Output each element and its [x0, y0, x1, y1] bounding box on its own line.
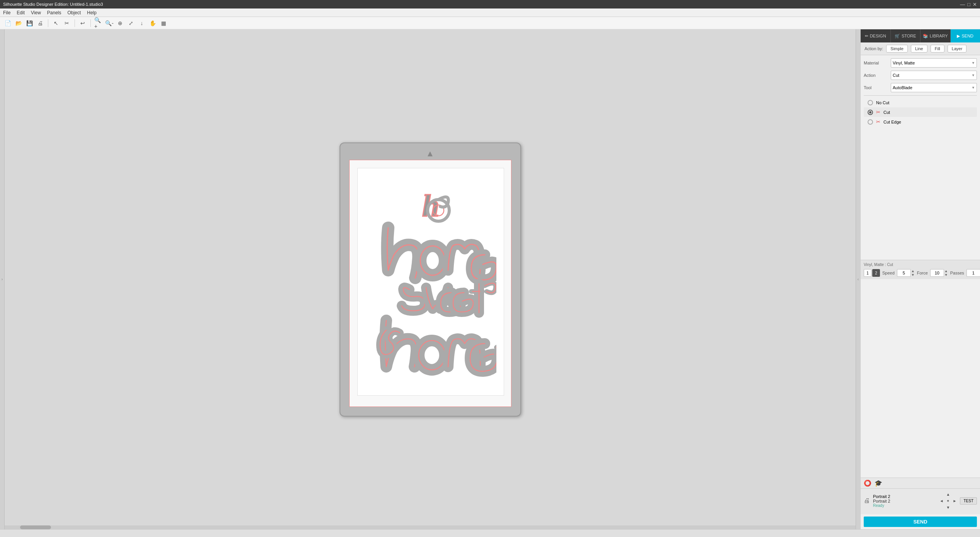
tool-select[interactable]: ↖	[51, 19, 61, 28]
force-label: Force	[917, 271, 928, 275]
jog-up-button[interactable]: ▲	[945, 491, 951, 497]
tool-zoom-fit[interactable]: ⊕	[115, 19, 125, 28]
force-up-button[interactable]: ▲	[944, 269, 948, 273]
material-dropdown-icon: ▼	[972, 61, 975, 65]
jog-center: ✦	[945, 498, 951, 504]
tool-grid[interactable]: ▦	[159, 19, 168, 28]
speed-up-button[interactable]: ▲	[911, 269, 915, 273]
tool-undo[interactable]: ↩	[78, 19, 87, 28]
machine-row: 🖨 Portrait 2 Portrait 2 Ready ▲ ◄ ✦ ►	[864, 491, 977, 510]
action-select[interactable]: Cut ▼	[891, 71, 977, 80]
tool-new[interactable]: 📄	[3, 19, 12, 28]
tool-open[interactable]: 📂	[14, 19, 23, 28]
jog-right-button[interactable]: ►	[951, 498, 958, 504]
design-artwork: h	[365, 178, 496, 386]
passes-input[interactable]: 1	[966, 269, 980, 277]
right-panel-handle[interactable]: ‹	[856, 29, 860, 529]
menu-panels[interactable]: Panels	[47, 10, 61, 15]
no-cut-radio[interactable]	[868, 100, 873, 105]
close-button[interactable]: ✕	[973, 2, 977, 7]
action-row: Action Cut ▼	[864, 71, 977, 80]
menu-view[interactable]: View	[31, 10, 41, 15]
left-chevron-icon: ›	[2, 277, 3, 281]
action-by-fill[interactable]: Fill	[931, 45, 944, 53]
no-cut-option[interactable]: No Cut	[864, 98, 977, 107]
tool-label: Tool	[864, 85, 891, 90]
send-button[interactable]: SEND	[864, 517, 977, 527]
material-value: Vinyl, Matte	[893, 61, 915, 65]
machine-info: 🖨 Portrait 2 Portrait 2 Ready	[864, 494, 890, 508]
blade-1[interactable]: 1	[864, 269, 871, 277]
jog-down-button[interactable]: ▼	[945, 504, 951, 510]
panel-spacer	[861, 279, 980, 478]
panel-content: Material Vinyl, Matte ▼ Action Cut ▼ Too…	[861, 55, 980, 260]
cut-radio[interactable]	[868, 110, 873, 115]
window-title: Silhouette Studio Designer Edition: Unti…	[3, 2, 103, 7]
canvas-scrollbar-thumb[interactable]	[20, 525, 51, 529]
tool-zoom-out[interactable]: 🔍-	[105, 19, 114, 28]
right-panel: ✏ DESIGN 🛒 STORE 📚 LIBRARY ▶ SEND Action…	[860, 29, 980, 529]
blade-2[interactable]: 2	[872, 269, 880, 277]
bottom-section: 🖨 Portrait 2 Portrait 2 Ready ▲ ◄ ✦ ►	[861, 488, 980, 514]
status-bar	[0, 529, 980, 537]
test-button[interactable]: TEST	[960, 497, 977, 505]
action-by-line[interactable]: Line	[911, 45, 927, 53]
jog-arrows: ▲ ◄ ✦ ► ▼	[938, 491, 958, 510]
toolbar-divider-1	[48, 19, 48, 27]
force-down-button[interactable]: ▼	[944, 273, 948, 277]
cut-edge-radio[interactable]	[868, 119, 873, 125]
jog-empty-3	[938, 504, 944, 510]
title-bar: Silhouette Studio Designer Edition: Unti…	[0, 0, 980, 8]
menu-object[interactable]: Object	[68, 10, 81, 15]
tool-value: AutoBlade	[893, 85, 912, 90]
jog-left-button[interactable]: ◄	[938, 498, 944, 504]
left-panel-handle[interactable]: ›	[0, 29, 5, 529]
tab-library[interactable]: 📚 LIBRARY	[921, 29, 951, 42]
menu-file[interactable]: File	[3, 10, 10, 15]
maximize-button[interactable]: □	[967, 2, 970, 7]
tool-pan[interactable]: ✋	[148, 19, 157, 28]
tool-move-down[interactable]: ↓	[137, 19, 146, 28]
speed-label: Speed	[882, 271, 895, 275]
tool-zoom-in[interactable]: 🔍+	[94, 19, 103, 28]
speed-down-button[interactable]: ▼	[911, 273, 915, 277]
force-input[interactable]: 10	[930, 269, 944, 277]
graduation-icon[interactable]: 🎓	[875, 479, 882, 487]
settings-title: Vinyl, Matte : Cut	[864, 263, 977, 267]
material-row: Material Vinyl, Matte ▼	[864, 58, 977, 68]
tab-store-label: STORE	[902, 34, 916, 38]
jog-empty-2	[951, 491, 958, 497]
silhouette-icon[interactable]: ⭕	[864, 479, 871, 487]
tab-design[interactable]: ✏ DESIGN	[861, 29, 891, 42]
tab-design-label: DESIGN	[870, 34, 886, 38]
canvas-scrollbar[interactable]	[5, 525, 856, 529]
tool-save[interactable]: 💾	[25, 19, 34, 28]
machine-status: Ready	[873, 503, 890, 508]
tab-send[interactable]: ▶ SEND	[951, 29, 980, 42]
material-select[interactable]: Vinyl, Matte ▼	[891, 58, 977, 68]
design-icon: ✏	[865, 34, 868, 39]
tool-cut[interactable]: ✂	[62, 19, 71, 28]
mat-up-arrow-icon: ▲	[426, 149, 435, 159]
title-bar-controls[interactable]: — □ ✕	[960, 2, 977, 7]
send-icon: ▶	[957, 34, 960, 39]
no-cut-label: No Cut	[876, 100, 889, 105]
tool-zoom-full[interactable]: ⤢	[126, 19, 136, 28]
action-by-simple[interactable]: Simple	[886, 45, 908, 53]
action-by-layer[interactable]: Layer	[948, 45, 967, 53]
cut-option[interactable]: ✂ Cut	[864, 107, 977, 117]
tool-select[interactable]: AutoBlade ▼	[891, 83, 977, 92]
action-value: Cut	[893, 73, 899, 78]
cut-edge-option[interactable]: ✂ Cut Edge	[864, 117, 977, 127]
jog-empty-4	[951, 504, 958, 510]
menu-edit[interactable]: Edit	[17, 10, 25, 15]
main-layout: › ▲ h	[0, 29, 980, 529]
minimize-button[interactable]: —	[960, 2, 965, 7]
machine-details: Portrait 2 Portrait 2 Ready	[873, 494, 890, 508]
speed-input[interactable]: 5	[897, 269, 911, 277]
canvas-area[interactable]: ▲ h	[5, 29, 856, 529]
passes-label: Passes	[950, 271, 964, 275]
menu-help[interactable]: Help	[87, 10, 97, 15]
tab-store[interactable]: 🛒 STORE	[891, 29, 921, 42]
tool-print[interactable]: 🖨	[36, 19, 45, 28]
